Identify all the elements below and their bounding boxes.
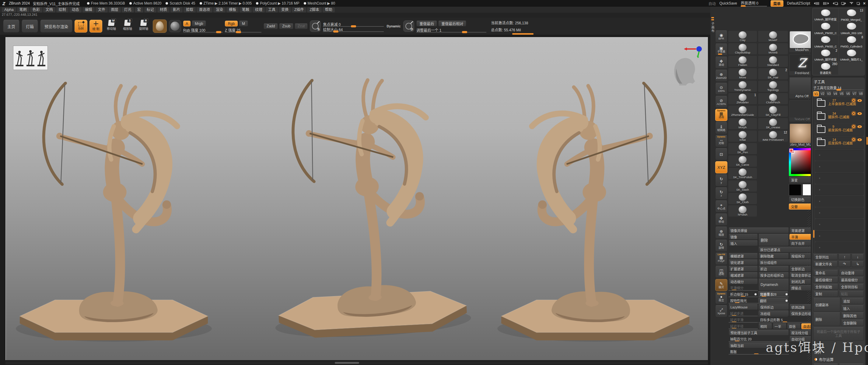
rgb-button[interactable]: Rgb [225,21,238,27]
geometry-button[interactable]: 折边 [758,266,789,272]
texture-off-cell[interactable]: Texture Off [789,100,811,122]
zsub-button[interactable]: Zsub [279,24,293,29]
folder-eye-icon[interactable] [857,99,862,102]
tool-thumbnail[interactable]: 2 UMesh_腿环修复 [813,49,838,61]
viewport-tool-button[interactable]: Line Fill ▦ PolyF [715,253,727,265]
geometry-button[interactable]: 拆分已遮罩点 [758,247,811,253]
decimation-option-button[interactable]: 一半 [773,323,786,329]
subtool-action-button[interactable]: 全部到起始 [813,284,838,290]
stroke-freehand-cell[interactable]: Z FreeHand [789,54,811,76]
subtool-action-button[interactable]: 粘贴 [839,291,864,297]
dynamic-label[interactable]: Dynamic [386,24,401,28]
subtool-action-button[interactable]: ↳ [851,261,864,267]
menu-item[interactable]: 纹理 [253,7,265,12]
folder-gear-icon[interactable] [852,99,856,102]
geometry-button[interactable]: 冻结组 [758,310,789,316]
viewport-tool-button[interactable]: ⤢ Xpose [715,305,727,317]
tool-thumbnail[interactable]: UMesh_腿环修复 [813,8,838,21]
material-cell[interactable]: zbro_Mud_MUD [789,123,811,147]
weld-points-button[interactable]: 焊接点 [789,285,811,291]
brush-thumbnail[interactable]: Morph [728,118,757,130]
menu-item[interactable]: 帮助 [322,7,335,12]
insert-subtool-button[interactable]: 插入 [841,305,864,311]
alpha-off-cell[interactable]: Alpha Off [789,77,811,99]
axis-compass[interactable] [684,45,705,59]
mrgb-button[interactable]: Mrgb [192,21,206,27]
viewport-tool-button[interactable]: ⊕ 缩放 [715,227,727,239]
brush-thumbnail[interactable]: SK_Slash [728,180,757,192]
rgb-intensity-slider[interactable]: Rgb 强度 100 [183,27,223,32]
ui-transparency-slider[interactable]: 界面透明 0 [741,0,767,7]
insert-button[interactable]: 插入 [728,240,758,246]
subtool-empty-slot[interactable] [815,242,864,253]
geometry-button[interactable]: 缩减遮罩 [728,272,758,278]
boolean-section-label[interactable]: 布尔运算 [813,356,864,363]
subtool-action-button[interactable]: 新建文件夹 [813,261,838,267]
geometry-button[interactable]: 延迟步进 [728,310,758,316]
subtool-action-button[interactable]: ↑ [838,254,851,260]
viewport-tool-button[interactable]: XYZ [715,161,727,173]
dock-left-icon[interactable] [833,2,838,5]
subtool-action-button[interactable]: 全部到目标 [839,284,864,290]
geometry-slider[interactable]: 分辨率 128 [758,291,789,297]
geometry-button[interactable]: 延迟平滑 [728,317,758,323]
append-button[interactable]: 追加 [841,298,864,304]
move-gyro-button[interactable]: M 移动轴 [104,20,118,33]
menu-item[interactable]: 影片 [170,7,183,12]
menu-item[interactable]: 图层 [108,7,121,12]
brush-thumbnail[interactable]: 2 SK_Hair [758,68,788,80]
viewport-tool-button[interactable]: ✥ 滚动 [715,57,727,69]
menu-button[interactable]: 菜单 [771,0,783,7]
viewport-tool-button[interactable]: ▣ 子像素 [715,43,727,56]
subtool-empty-slot[interactable] [815,207,864,219]
brush-thumbnail[interactable]: Topology [758,80,788,92]
subtool-action-button[interactable]: 重命名 [813,270,838,276]
folder-eye-icon[interactable] [857,125,862,128]
smooth-button[interactable]: 平滑 [789,234,811,240]
tool-thumbnail[interactable]: UMesh_PM3D_C [813,22,838,35]
hscroll-handle[interactable] [335,362,359,364]
variant-tab[interactable]: V7 [851,91,857,96]
zcut-button[interactable]: Zcut [294,24,308,29]
brush-thumbnail[interactable]: SK_TrimPolish [728,168,757,179]
menu-item[interactable]: 文档 [43,7,55,12]
zadd-button[interactable]: Zadd [264,24,278,29]
decimation-option-button[interactable]: 双倍 [787,323,801,329]
brush-thumbnail[interactable]: 1 ZModeler [728,93,757,105]
tool-thumbnail[interactable]: UMesh_002-100 [839,22,864,35]
current-color-sphere-button[interactable] [169,20,181,32]
stroke-maskpen-cell[interactable]: MaskPen [789,30,811,53]
brush-thumbnail[interactable]: ClothPinch [758,93,788,105]
subtool-action-button[interactable]: 自动重排 [839,270,864,276]
geometry-slider[interactable]: 折边级别 15 [728,291,758,297]
adjust-last-slider[interactable]: 调整最后一个 1 [416,27,486,32]
geometry-button[interactable]: 侦测边缘 [789,304,811,310]
menu-item[interactable]: 工具 [266,7,278,12]
viewport-tool-button[interactable]: Dynamic ▦ 透视 [715,109,727,121]
delete-other-button[interactable]: 删除其他 [841,312,864,319]
viewport-tool-button[interactable]: ◉ BPR [715,30,727,42]
gradient-button[interactable]: 渐变 [789,177,811,183]
viewport-tool-button[interactable]: ⊙ 100% [715,83,727,95]
subtool-empty-slot[interactable] [815,161,864,172]
menu-item[interactable]: 动态 [69,7,82,12]
viewport-tool-button[interactable]: ⇓ 帧网格 [715,122,727,134]
variant-tab[interactable]: V6 [845,91,851,96]
polish-by-features-slider[interactable]: 按特性抛光 [728,298,789,304]
variant-tab[interactable]: V8 [858,91,864,96]
geometry-button[interactable]: 背面遮罩 [789,228,811,233]
menu-item[interactable]: 笔触 [240,7,252,12]
channel-a-button[interactable]: A [183,21,190,27]
geometry-button[interactable]: 镜像并焊接 [728,228,789,233]
subtool-list-scrollbar[interactable] [813,97,814,253]
scale-gyro-button[interactable]: S 缩放轴 [121,20,134,33]
geometry-button[interactable]: 模糊遮罩 [728,253,758,259]
subtool-header[interactable]: 子工具 [814,79,864,84]
close-holes-button[interactable]: 封闭孔洞 [789,278,811,285]
variant-tab[interactable]: V4 [832,91,838,96]
brush-thumbnail[interactable]: MoveB [758,43,788,55]
viewport-tool-button[interactable]: ✎ 幽灵 [715,279,727,291]
geometry-button[interactable]: 预处理当前子工具 [728,330,789,335]
subtool-folder-row[interactable]: 9 前发拆件-已减面 [815,124,864,136]
figure-center[interactable] [262,73,471,341]
